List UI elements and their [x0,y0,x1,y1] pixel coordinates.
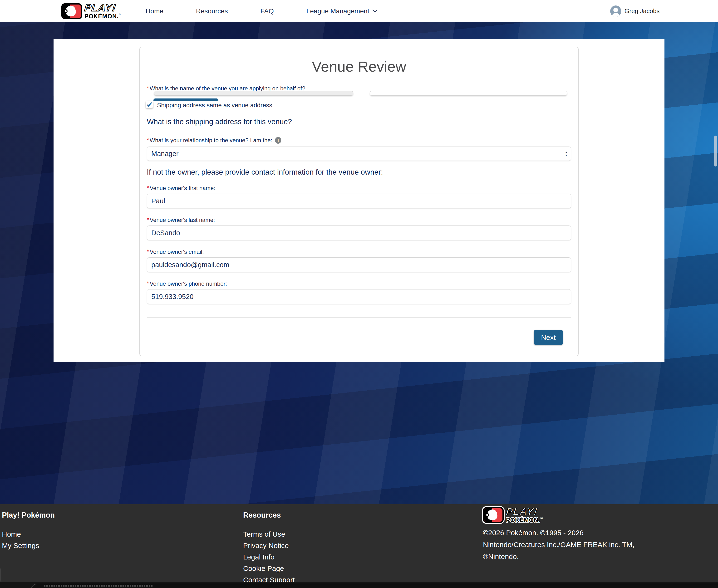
owner-last-name-label: *Venue owner's last name: [147,217,571,223]
shipping-same-checkbox[interactable]: ✔ [146,101,153,108]
owner-phone-field[interactable] [147,289,571,304]
check-icon: ✔ [146,100,153,109]
logo-pokemon-word: POKÉMON. [506,517,540,523]
page-scrollbar-thumb[interactable] [714,135,717,167]
required-asterisk: * [147,280,149,287]
spinner-down-icon: ▼ [565,154,568,156]
shipping-same-label: Shipping address same as venue address [157,101,272,109]
play-pokemon-badge-icon [61,3,82,19]
owner-last-name-group: *Venue owner's last name: [147,217,571,240]
owner-phone-group: *Venue owner's phone number: [147,281,571,304]
avatar-body-shape [612,13,619,17]
league-management-label: League Management [307,7,369,15]
trademark-symbol: ™ [119,13,121,16]
page-title: Venue Review [147,58,571,75]
shipping-same-row: ✔ Shipping address same as venue address [147,101,571,109]
page-footer: Play! Pokémon Home My Settings Resources… [0,504,718,588]
footer-link-my-settings[interactable]: My Settings [2,540,55,551]
relationship-selected-value: Manager [151,150,178,158]
owner-email-label-text: Venue owner's email: [150,249,204,255]
footer-column-resources: Resources Terms of Use Privacy Notice Le… [243,509,295,586]
owner-first-name-group: *Venue owner's first name: [147,185,571,208]
copyright-line-1: ©2026 Pokémon. ©1995 - 2026 [483,527,634,539]
copyright-line-3: ®Nintendo. [483,551,634,563]
avatar-head-shape [613,7,618,13]
play-pokemon-badge-icon [483,507,504,523]
actions-row: Next [147,330,571,345]
chevron-down-icon [372,9,378,13]
play-pokemon-logo[interactable]: PLAY! POKÉMON.™ [61,3,121,19]
required-asterisk: * [147,248,149,255]
logo-pokemon-text: POKÉMON.™ [84,13,121,19]
owner-last-name-field[interactable] [147,226,571,240]
venue-name-input[interactable] [154,91,353,96]
trademark-symbol: ™ [540,517,543,520]
venue-name-secondary-input[interactable] [370,91,567,96]
nav-item-home[interactable]: Home [146,7,164,15]
venue-name-inputs-row [147,91,571,96]
footer-column-play-pokemon: Play! Pokémon Home My Settings [2,509,55,551]
venue-review-card: Venue Review *What is the name of the ve… [140,47,578,356]
owner-phone-label-text: Venue owner's phone number: [150,280,227,287]
copyright-text: ©2026 Pokémon. ©1995 - 2026 Nintendo/Cre… [483,527,634,563]
footer-link-cookie-page[interactable]: Cookie Page [243,563,295,574]
footer-heading-resources: Resources [243,511,295,520]
logo-play-text: PLAY! [506,507,544,517]
nav-item-faq[interactable]: FAQ [260,7,274,15]
footer-heading-play-pokemon: Play! Pokémon [2,511,55,520]
footer-link-legal-info[interactable]: Legal Info [243,551,295,563]
logo-text: PLAY! POKÉMON.™ [84,3,121,19]
relationship-label-row: *What is your relationship to the venue?… [147,137,571,144]
owner-phone-label: *Venue owner's phone number: [147,281,571,287]
relationship-select[interactable]: Manager ▲ ▼ [147,147,571,161]
nav-item-resources[interactable]: Resources [196,7,228,15]
section-divider [147,317,571,318]
relationship-label: *What is your relationship to the venue?… [147,137,272,143]
footer-column-legal: PLAY! POKÉMON.™ ©2026 Pokémon. ©1995 - 2… [483,507,634,563]
shipping-address-heading: What is the shipping address for this ve… [147,118,571,126]
owner-first-name-field[interactable] [147,194,571,208]
footer-bottom-strip [0,582,718,588]
user-name: Greg Jacobs [625,7,659,15]
checkered-background: Venue Review *What is the name of the ve… [0,22,718,504]
pokeball-icon [64,9,67,13]
footer-link-home[interactable]: Home [2,528,55,540]
footer-strip-microtext [44,585,153,587]
owner-last-name-label-text: Venue owner's last name: [150,217,215,223]
owner-email-label: *Venue owner's email: [147,249,571,255]
owner-first-name-label-text: Venue owner's first name: [150,185,215,191]
next-button[interactable]: Next [534,330,563,345]
nav-item-league-management[interactable]: League Management [307,7,378,15]
info-icon[interactable]: i [275,137,281,144]
footer-link-terms-of-use[interactable]: Terms of Use [243,528,295,540]
select-spinner-icon: ▲ ▼ [565,151,568,156]
venue-name-label-text: What is the name of the venue you are ap… [150,85,305,91]
copyright-line-2: Nintendo/Creatures Inc./GAME FREAK inc. … [483,539,634,551]
pokeball-icon [485,513,489,517]
footer-play-pokemon-logo: PLAY! POKÉMON.™ [483,507,634,523]
user-menu[interactable]: Greg Jacobs [610,0,659,22]
blue-highlight-bar [153,99,218,101]
user-avatar-icon [610,5,621,17]
required-asterisk: * [147,216,149,223]
top-navbar: PLAY! POKÉMON.™ Home Resources FAQ Leagu… [0,0,718,22]
nav-links: Home Resources FAQ League Management [146,7,378,15]
owner-email-group: *Venue owner's email: [147,249,571,272]
owner-first-name-label: *Venue owner's first name: [147,185,571,191]
relationship-label-text: What is your relationship to the venue? … [150,137,272,143]
page-panel: Venue Review *What is the name of the ve… [54,39,664,362]
owner-contact-heading: If not the owner, please provide contact… [147,168,571,176]
footer-link-privacy-notice[interactable]: Privacy Notice [243,540,295,551]
required-asterisk: * [147,85,149,91]
spinner-up-icon: ▲ [565,151,568,153]
required-asterisk: * [147,137,149,143]
required-asterisk: * [147,185,149,191]
logo-play-text: PLAY! [84,3,122,13]
logo-pokemon-word: POKÉMON. [84,13,119,20]
logo-text: PLAY! POKÉMON.™ [506,507,543,523]
logo-pokemon-text: POKÉMON.™ [506,517,543,523]
owner-email-field[interactable] [147,257,571,272]
